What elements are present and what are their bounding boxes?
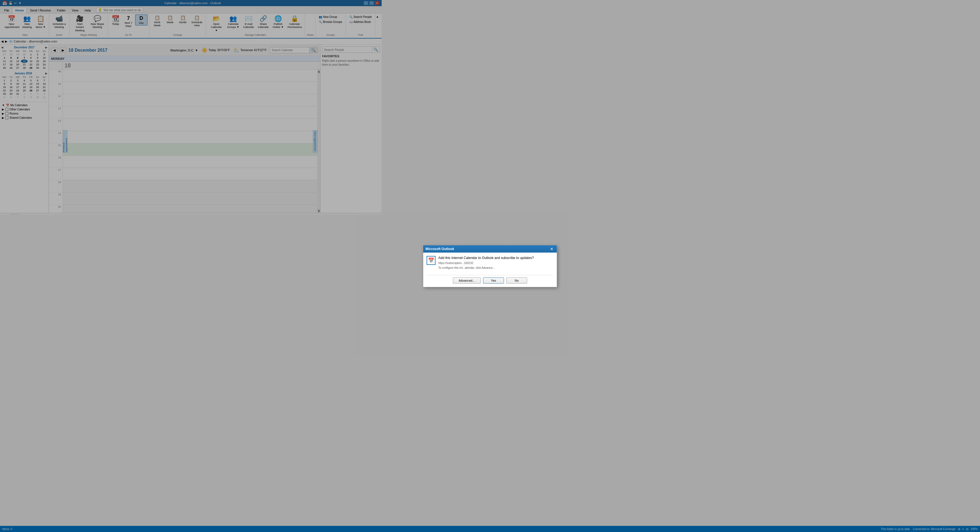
- modal-overlay: Microsoft Outlook ✕ 📅 Add this Internet …: [0, 0, 382, 215]
